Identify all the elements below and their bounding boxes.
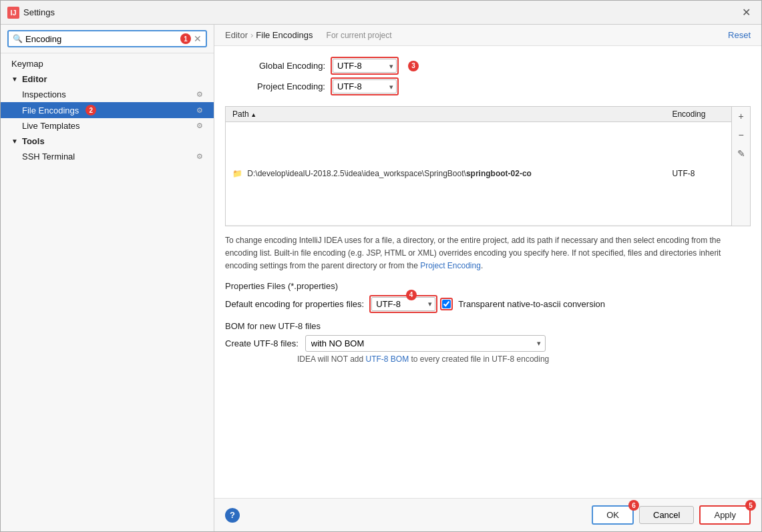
badge-4-container: UTF-8 UTF-16 ISO-8859-1 4 — [369, 295, 453, 313]
native-ascii-label[interactable]: Transparent native-to-ascii conversion — [458, 299, 605, 309]
properties-section: Properties Files (*.properties) Default … — [225, 281, 751, 313]
bom-section-title: BOM for new UTF-8 files — [225, 321, 751, 331]
badge-ok-6: 6 — [628, 500, 639, 511]
info-text: To change encoding IntelliJ IDEA uses fo… — [225, 234, 751, 273]
bom-info-text: IDEA will NOT add UTF-8 BOM to every cre… — [225, 354, 751, 364]
live-templates-settings-icon: ⚙ — [196, 121, 203, 130]
apply-btn-wrapper: Apply 5 — [699, 505, 751, 525]
checkbox-wrapper — [440, 298, 453, 310]
properties-section-title: Properties Files (*.properties) — [225, 281, 751, 291]
keymap-label: Keymap — [11, 59, 43, 69]
properties-row: Default encoding for properties files: U… — [225, 295, 751, 313]
sidebar-item-file-encodings[interactable]: File Encodings 2 ⚙ — [1, 102, 214, 118]
project-encoding-label: Project Encoding: — [225, 81, 325, 91]
clear-search-button[interactable]: ✕ — [194, 33, 202, 44]
inspections-label: Inspections — [22, 89, 66, 99]
live-templates-label: Live Templates — [22, 121, 79, 131]
props-select-wrapper: UTF-8 UTF-16 ISO-8859-1 — [369, 295, 437, 313]
panel-header: Editor › File Encodings For current proj… — [214, 25, 761, 46]
right-panel: Editor › File Encodings For current proj… — [214, 25, 761, 531]
sidebar: 🔍 1 ✕ Keymap ▼ Editor Inspection — [1, 25, 214, 531]
close-button[interactable]: ✕ — [738, 5, 755, 20]
bom-section: BOM for new UTF-8 files Create UTF-8 fil… — [225, 321, 751, 364]
add-path-button[interactable]: + — [732, 107, 750, 125]
col-encoding[interactable]: Encoding — [665, 107, 731, 122]
sidebar-item-inspections[interactable]: Inspections ⚙ — [1, 87, 214, 102]
native-ascii-checkbox[interactable] — [442, 300, 451, 308]
tools-label: Tools — [22, 136, 45, 146]
app-icon: IJ — [7, 7, 19, 19]
breadcrumb-current: File Encodings — [256, 30, 313, 40]
path-text: D:\develop\idealU-2018.2.5\idea\idea_wor… — [247, 169, 532, 178]
edit-path-button[interactable]: ✎ — [732, 144, 750, 163]
encoding-cell: UTF-8 — [665, 122, 731, 226]
col-path[interactable]: Path — [226, 107, 665, 122]
sidebar-tree: Keymap ▼ Editor Inspections ⚙ File Encod… — [1, 53, 214, 531]
bom-create-select[interactable]: with NO BOM with BOM — [305, 335, 546, 352]
project-encoding-row: Project Encoding: UTF-8 UTF-16 ISO-8859-… — [225, 77, 751, 95]
table-row[interactable]: 📁 D:\develop\idealU-2018.2.5\idea\idea_w… — [226, 122, 731, 226]
sidebar-item-keymap[interactable]: Keymap — [1, 56, 214, 71]
file-encodings-settings-icon: ⚙ — [196, 106, 203, 115]
help-button[interactable]: ? — [225, 508, 240, 523]
badge-1: 1 — [180, 33, 191, 44]
sidebar-item-editor[interactable]: ▼ Editor — [1, 71, 214, 87]
breadcrumb: Editor › File Encodings For current proj… — [225, 30, 392, 40]
properties-encoding-select[interactable]: UTF-8 UTF-16 ISO-8859-1 — [371, 297, 435, 311]
sidebar-item-tools[interactable]: ▼ Tools — [1, 134, 214, 149]
bom-row: Create UTF-8 files: with NO BOM with BOM — [225, 335, 751, 352]
breadcrumb-parent: Editor — [225, 30, 248, 40]
project-encoding-select[interactable]: UTF-8 UTF-16 ISO-8859-1 — [333, 79, 397, 93]
global-encoding-label: Global Encoding: — [225, 61, 325, 71]
global-encoding-select[interactable]: UTF-8 UTF-16 ISO-8859-1 — [333, 59, 397, 73]
ok-button[interactable]: OK — [592, 505, 634, 525]
props-select-wrap: UTF-8 UTF-16 ISO-8859-1 — [371, 297, 435, 311]
badge-apply-5: 5 — [745, 500, 756, 511]
folder-icon: 📁 — [232, 169, 242, 178]
bom-info-line1: IDEA will NOT add — [297, 354, 365, 364]
project-encoding-select-wrapper: UTF-8 UTF-16 ISO-8859-1 — [331, 77, 399, 95]
window-title: Settings — [23, 7, 55, 17]
panel-body: Global Encoding: UTF-8 UTF-16 ISO-8859-1… — [214, 46, 761, 498]
badge-4: 4 — [406, 290, 417, 300]
path-table: Path Encoding 📁 D:\develop\idealU-2018.2… — [226, 107, 731, 226]
expand-arrow-tools: ▼ — [11, 138, 18, 145]
bom-info-line2: to every created file in UTF-8 encoding — [409, 354, 549, 364]
remove-path-button[interactable]: − — [732, 125, 750, 144]
global-encoding-select-wrap: UTF-8 UTF-16 ISO-8859-1 — [333, 59, 397, 73]
ok-btn-wrapper: OK 6 — [592, 505, 634, 525]
sidebar-item-live-templates[interactable]: Live Templates ⚙ — [1, 118, 214, 134]
search-box: 🔍 1 ✕ — [7, 30, 207, 47]
encoding-settings: Global Encoding: UTF-8 UTF-16 ISO-8859-1… — [225, 57, 751, 98]
footer-buttons: ? OK 6 Cancel Apply 5 — [214, 498, 761, 531]
main-content: 🔍 1 ✕ Keymap ▼ Editor Inspection — [1, 25, 761, 531]
global-encoding-row: Global Encoding: UTF-8 UTF-16 ISO-8859-1… — [225, 57, 751, 75]
info-text-end: . — [481, 261, 483, 270]
titlebar: IJ Settings ✕ — [1, 1, 761, 25]
sidebar-item-ssh-terminal[interactable]: SSH Terminal ⚙ — [1, 149, 214, 164]
utf8-bom-link[interactable]: UTF-8 BOM — [365, 354, 409, 364]
global-encoding-select-wrapper: UTF-8 UTF-16 ISO-8859-1 — [331, 57, 399, 75]
path-table-container: Path Encoding 📁 D:\develop\idealU-2018.2… — [225, 106, 751, 226]
expand-arrow-editor: ▼ — [11, 75, 18, 83]
path-cell: 📁 D:\develop\idealU-2018.2.5\idea\idea_w… — [226, 122, 665, 226]
table-action-buttons: + − ✎ — [731, 107, 750, 226]
settings-window: IJ Settings ✕ 🔍 1 ✕ Keymap — [0, 0, 762, 532]
search-input[interactable] — [25, 34, 178, 44]
ssh-terminal-settings-icon: ⚙ — [196, 152, 203, 161]
inspections-settings-icon: ⚙ — [196, 90, 203, 99]
titlebar-left: IJ Settings — [7, 7, 55, 19]
search-icon: 🔍 — [13, 34, 23, 43]
badge-3: 3 — [408, 61, 419, 71]
create-utf8-label: Create UTF-8 files: — [225, 338, 299, 348]
cancel-button[interactable]: Cancel — [639, 506, 694, 524]
default-encoding-label: Default encoding for properties files: — [225, 299, 364, 309]
badge-2: 2 — [85, 105, 96, 115]
apply-button[interactable]: Apply — [699, 505, 751, 525]
project-encoding-link[interactable]: Project Encoding — [420, 261, 481, 270]
project-encoding-select-wrap: UTF-8 UTF-16 ISO-8859-1 — [333, 79, 397, 93]
reset-button[interactable]: Reset — [728, 30, 751, 40]
for-current-project: For current project — [327, 31, 392, 40]
ssh-terminal-label: SSH Terminal — [22, 152, 75, 162]
bom-select-outer: with NO BOM with BOM — [305, 335, 546, 352]
